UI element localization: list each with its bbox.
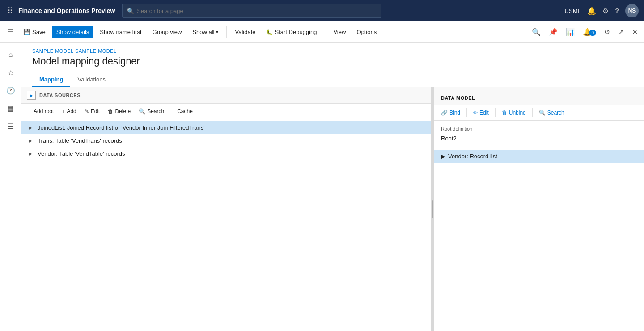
- root-definition-label: Root definition: [441, 126, 637, 132]
- close-button[interactable]: ✕: [629, 26, 640, 38]
- separator-1: [226, 26, 227, 38]
- settings-icon[interactable]: ⚙: [602, 7, 609, 15]
- unbind-button[interactable]: 🗑 Unbind: [498, 108, 530, 118]
- data-model-header: DATA MODEL: [434, 87, 644, 105]
- data-sources-tree: ▶ JoinedList: Joined Record list of 'Ven…: [21, 119, 431, 331]
- save-icon: 💾: [23, 29, 30, 35]
- show-name-first-button[interactable]: Show name first: [95, 26, 146, 38]
- sidebar-item-modules[interactable]: ☰: [3, 118, 19, 134]
- notification-badge: 0: [589, 30, 596, 36]
- user-company-label[interactable]: USMF: [565, 8, 581, 14]
- bind-icon: 🔗: [441, 110, 448, 116]
- notifications-count-button[interactable]: 🔔0: [580, 26, 599, 38]
- view-button[interactable]: View: [329, 26, 350, 38]
- add-root-button[interactable]: + Add root: [25, 106, 57, 116]
- dm-separator-2: [495, 108, 496, 117]
- cache-icon: +: [172, 108, 175, 115]
- sidebar-item-workspaces[interactable]: ▦: [3, 100, 19, 116]
- app-title: Finance and Operations Preview: [18, 7, 115, 14]
- root-definition-section: Root definition: [434, 121, 644, 148]
- add-root-icon: +: [29, 108, 32, 115]
- start-debugging-button[interactable]: 🐛 Start Debugging: [262, 26, 321, 38]
- unbind-icon: 🗑: [502, 110, 507, 116]
- search-icon-ds: 🔍: [139, 108, 145, 115]
- expand-icon-vendor: ▶: [29, 151, 35, 156]
- expand-icon-trans: ▶: [29, 138, 35, 143]
- data-model-title: DATA MODEL: [441, 95, 475, 101]
- dm-search-icon: 🔍: [539, 110, 546, 116]
- data-sources-collapse-btn[interactable]: ▶: [27, 91, 36, 100]
- sidebar-icons: ⌂ ☆ 🕐 ▦ ☰: [0, 43, 21, 331]
- apps-grid-icon[interactable]: ⠿: [5, 4, 15, 17]
- edit-icon: ✎: [85, 108, 89, 115]
- action-search-button[interactable]: 🔍: [529, 26, 543, 38]
- breadcrumb: SAMPLE MODEL SAMPLE MODEL: [32, 48, 633, 54]
- add-icon: +: [62, 108, 65, 115]
- validate-button[interactable]: Validate: [230, 26, 260, 38]
- group-view-button[interactable]: Group view: [148, 26, 186, 38]
- tree-item-vendor[interactable]: ▶ Vendor: Table 'VendTable' records: [21, 147, 431, 160]
- page-header: SAMPLE MODEL SAMPLE MODEL Model mapping …: [21, 43, 644, 87]
- data-sources-panel: ▶ DATA SOURCES + Add root + Add ✎ E: [21, 87, 431, 331]
- refresh-button[interactable]: ↺: [602, 26, 613, 38]
- add-button[interactable]: + Add: [58, 106, 80, 116]
- delete-icon: 🗑: [108, 108, 113, 115]
- dm-expand-icon-vendor: ▶: [441, 153, 445, 160]
- dm-search-button[interactable]: 🔍 Search: [535, 108, 568, 118]
- tab-mapping[interactable]: Mapping: [32, 72, 70, 87]
- sidebar-item-favorites[interactable]: ☆: [3, 64, 19, 81]
- options-button[interactable]: Options: [352, 26, 381, 38]
- save-button[interactable]: 💾 Save: [19, 26, 50, 38]
- data-model-toolbar: 🔗 Bind ✏ Edit 🗑 Unbind 🔍: [434, 105, 644, 121]
- fullscreen-button[interactable]: 📊: [563, 26, 577, 38]
- dm-separator-1: [466, 108, 467, 117]
- dm-edit-button[interactable]: ✏ Edit: [470, 108, 492, 118]
- search-input[interactable]: [137, 8, 377, 14]
- dm-tree-item-vendor-record[interactable]: ▶ Vendor: Record list: [434, 150, 644, 163]
- content-area: SAMPLE MODEL SAMPLE MODEL Model mapping …: [21, 43, 644, 331]
- top-nav-right-icons: USMF 🔔 ⚙ ? NS: [565, 4, 639, 17]
- data-model-tree: ▶ Vendor: Record list: [434, 148, 644, 331]
- action-bar: ☰ 💾 Save Show details Show name first Gr…: [0, 21, 644, 43]
- open-new-button[interactable]: ↗: [615, 26, 627, 38]
- bind-button[interactable]: 🔗 Bind: [437, 108, 464, 118]
- notifications-icon[interactable]: 🔔: [587, 7, 596, 15]
- global-search-box[interactable]: 🔍: [122, 4, 381, 18]
- page-title: Model mapping designer: [32, 55, 633, 67]
- hamburger-menu-button[interactable]: ☰: [4, 26, 17, 38]
- show-all-button[interactable]: Show all ▾: [188, 26, 223, 38]
- action-bar-right: 🔍 📌 📊 🔔0 ↺ ↗ ✕: [529, 26, 640, 38]
- show-details-button[interactable]: Show details: [52, 26, 94, 38]
- dm-edit-icon: ✏: [473, 110, 478, 116]
- user-avatar[interactable]: NS: [625, 4, 639, 17]
- divider-handle: [432, 200, 433, 218]
- data-sources-header: ▶ DATA SOURCES: [21, 87, 431, 104]
- search-button[interactable]: 🔍 Search: [135, 106, 168, 116]
- data-model-panel: DATA MODEL 🔗 Bind ✏ Edit 🗑: [434, 87, 644, 331]
- sidebar-item-recent[interactable]: 🕐: [3, 82, 19, 98]
- tabs: Mapping Validations: [32, 72, 633, 87]
- edit-button[interactable]: ✎ Edit: [81, 106, 104, 116]
- tab-validations[interactable]: Validations: [70, 72, 113, 87]
- sidebar-item-home[interactable]: ⌂: [3, 47, 19, 63]
- top-nav-bar: ⠿ Finance and Operations Preview 🔍 USMF …: [0, 0, 644, 21]
- expand-icon-joined: ▶: [29, 125, 35, 130]
- data-sources-title: DATA SOURCES: [39, 93, 80, 98]
- debug-icon: 🐛: [266, 29, 273, 35]
- show-all-chevron-icon: ▾: [216, 30, 218, 34]
- dm-separator-3: [532, 108, 533, 117]
- main-layout: ⌂ ☆ 🕐 ▦ ☰ SAMPLE MODEL SAMPLE MODEL Mode…: [0, 43, 644, 331]
- content-body: ▶ DATA SOURCES + Add root + Add ✎ E: [21, 87, 644, 331]
- personalize-button[interactable]: 📌: [546, 26, 560, 38]
- tree-item-trans[interactable]: ▶ Trans: Table 'VendTrans' records: [21, 134, 431, 147]
- cache-button[interactable]: + Cache: [169, 106, 196, 116]
- search-icon: 🔍: [127, 8, 134, 14]
- data-sources-toolbar: + Add root + Add ✎ Edit 🗑 Delete: [21, 104, 431, 119]
- help-icon[interactable]: ?: [615, 7, 619, 14]
- root-definition-input[interactable]: [441, 133, 513, 144]
- separator-2: [325, 26, 325, 38]
- delete-button[interactable]: 🗑 Delete: [104, 106, 134, 116]
- tree-item-joined-list[interactable]: ▶ JoinedList: Joined Record list of 'Ven…: [21, 121, 431, 134]
